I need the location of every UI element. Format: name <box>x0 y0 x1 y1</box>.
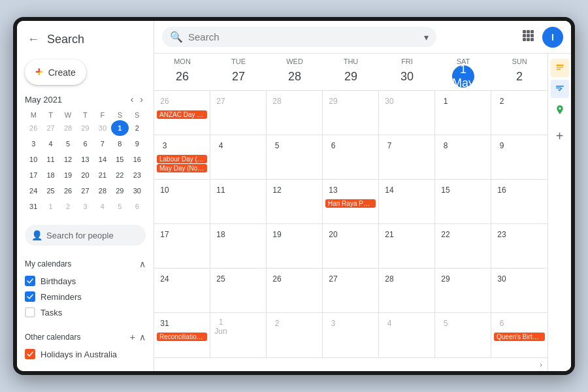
mini-cal-day[interactable]: 6 <box>76 136 93 152</box>
other-cal-add[interactable]: + <box>130 332 135 342</box>
tasks-checkbox[interactable] <box>25 307 35 318</box>
cal-date[interactable]: 11 <box>213 182 229 198</box>
mini-cal-day[interactable]: 12 <box>59 152 76 167</box>
cal-date[interactable]: 20 <box>325 227 341 242</box>
search-input[interactable] <box>188 31 419 42</box>
mini-cal-day[interactable]: 24 <box>25 183 42 199</box>
tasks-icon-btn[interactable] <box>551 80 569 98</box>
mini-cal-day[interactable]: 14 <box>94 152 111 167</box>
cal-date[interactable]: 30 <box>382 93 397 109</box>
event-chip[interactable]: Queen's Birthday (Co <box>494 333 545 341</box>
cal-header-date-num[interactable]: 1 May <box>452 65 474 88</box>
cal-cell[interactable]: 15 <box>435 180 491 223</box>
birthdays-checkbox[interactable] <box>25 276 35 286</box>
cal-cell[interactable]: 25 <box>210 269 267 312</box>
mini-cal-day[interactable]: 1 <box>111 120 128 136</box>
cal-cell[interactable]: 8 <box>435 135 491 179</box>
calendar-item-reminders[interactable]: Reminders <box>17 289 154 304</box>
cal-date[interactable]: 6 <box>494 316 510 331</box>
search-dropdown-btn[interactable]: ▾ <box>424 32 429 42</box>
reminders-checkbox[interactable] <box>25 291 35 302</box>
cal-date[interactable]: 19 <box>269 227 285 242</box>
mini-cal-day[interactable]: 29 <box>111 183 128 199</box>
cal-cell[interactable]: 2 <box>491 91 547 135</box>
cal-header-date-num[interactable]: 26 <box>171 65 193 88</box>
cal-cell[interactable]: 10 <box>154 180 210 223</box>
cal-date[interactable]: 16 <box>494 182 510 198</box>
cal-date[interactable]: 26 <box>157 93 172 109</box>
cal-date[interactable]: 5 <box>438 316 453 331</box>
cal-header-date-num[interactable]: 27 <box>227 65 250 88</box>
mini-cal-day[interactable]: 18 <box>42 167 59 183</box>
cal-date[interactable]: 18 <box>213 227 229 242</box>
cal-date[interactable]: 4 <box>382 316 397 331</box>
my-calendars-header[interactable]: My calendars ∧ <box>17 255 154 273</box>
holidays-checkbox[interactable] <box>25 349 35 359</box>
cal-cell[interactable]: 17 <box>154 224 210 268</box>
mini-cal-day[interactable]: 27 <box>76 183 93 199</box>
cal-cell[interactable]: 31Reconciliation Day (A <box>154 313 210 357</box>
cal-cell[interactable]: 27 <box>323 269 379 312</box>
event-chip[interactable]: ANZAC Day Observed <box>157 110 207 119</box>
cal-cell[interactable]: 9 <box>491 135 547 179</box>
mini-cal-day[interactable]: 3 <box>76 199 93 214</box>
mini-cal-day[interactable]: 15 <box>111 152 128 167</box>
mini-cal-day[interactable]: 23 <box>129 167 146 183</box>
cal-cell[interactable]: 27 <box>210 91 267 135</box>
mini-cal-day[interactable]: 8 <box>111 136 128 152</box>
cal-cell[interactable]: 1 Jun <box>210 313 267 357</box>
cal-cell[interactable]: 12 <box>267 180 323 223</box>
mini-cal-day[interactable]: 13 <box>76 152 93 167</box>
cal-date[interactable]: 17 <box>157 227 172 242</box>
cal-cell[interactable]: 28 <box>379 269 435 312</box>
cal-date[interactable]: 29 <box>325 93 341 109</box>
maps-icon-btn[interactable] <box>551 101 569 119</box>
cal-cell[interactable]: 3 <box>323 313 379 357</box>
cal-cell[interactable]: 14 <box>379 180 435 223</box>
cal-cell[interactable]: 24 <box>154 269 210 312</box>
calendar-item-birthdays[interactable]: Birthdays <box>17 273 154 289</box>
cal-header-date-num[interactable]: 29 <box>340 65 362 88</box>
mini-cal-day[interactable]: 5 <box>111 199 128 214</box>
mini-cal-day[interactable]: 17 <box>25 167 42 183</box>
event-chip[interactable]: Labour Day (Queensla <box>157 155 207 163</box>
cal-date[interactable]: 22 <box>438 227 453 242</box>
mini-cal-day[interactable]: 6 <box>129 199 146 214</box>
mini-cal-day[interactable]: 26 <box>59 183 76 199</box>
cal-date[interactable]: 5 <box>269 138 285 154</box>
cal-date[interactable]: 21 <box>382 227 397 242</box>
cal-cell[interactable]: 29 <box>435 269 491 312</box>
mini-cal-day[interactable]: 26 <box>25 120 42 136</box>
cal-date[interactable]: 1 <box>438 93 453 109</box>
cal-cell[interactable]: 22 <box>435 224 491 268</box>
user-avatar[interactable]: I <box>542 27 563 48</box>
mini-cal-day[interactable]: 4 <box>42 136 59 152</box>
cal-cell[interactable]: 5 <box>267 135 323 179</box>
cal-cell[interactable]: 3Labour Day (QueenslaMay Day (Northern T… <box>154 135 210 179</box>
cal-cell[interactable]: 26 <box>267 269 323 312</box>
mini-cal-next[interactable]: › <box>137 93 146 106</box>
cal-header-date-num[interactable]: 2 <box>508 65 531 88</box>
mini-cal-day[interactable]: 7 <box>94 136 111 152</box>
cal-header-date-num[interactable]: 28 <box>284 65 306 88</box>
notes-icon-btn[interactable] <box>551 59 569 77</box>
mini-cal-day[interactable]: 9 <box>129 136 146 152</box>
mini-cal-day[interactable]: 31 <box>25 199 42 214</box>
cal-date[interactable]: 2 <box>494 93 510 109</box>
back-button[interactable]: ← <box>25 30 42 49</box>
event-chip[interactable]: Hari Raya Puasa (reg <box>325 199 376 208</box>
cal-date[interactable]: 15 <box>438 182 453 198</box>
event-chip[interactable]: Reconciliation Day (A <box>157 333 207 341</box>
cal-cell[interactable]: 20 <box>323 224 379 268</box>
cal-header-date-num[interactable]: 30 <box>396 65 418 88</box>
mini-cal-day[interactable]: 2 <box>129 120 146 136</box>
cal-cell[interactable]: 21 <box>379 224 435 268</box>
add-panel-button[interactable]: + <box>551 127 569 145</box>
cal-cell[interactable]: 30 <box>491 269 547 312</box>
cal-date[interactable]: 28 <box>269 93 285 109</box>
mini-cal-day[interactable]: 16 <box>129 152 146 167</box>
cal-date[interactable]: 2 <box>269 316 285 331</box>
mini-cal-day[interactable]: 29 <box>76 120 93 136</box>
search-people[interactable]: 👤 Search for people <box>25 225 146 246</box>
create-button[interactable]: + Create <box>25 59 86 85</box>
